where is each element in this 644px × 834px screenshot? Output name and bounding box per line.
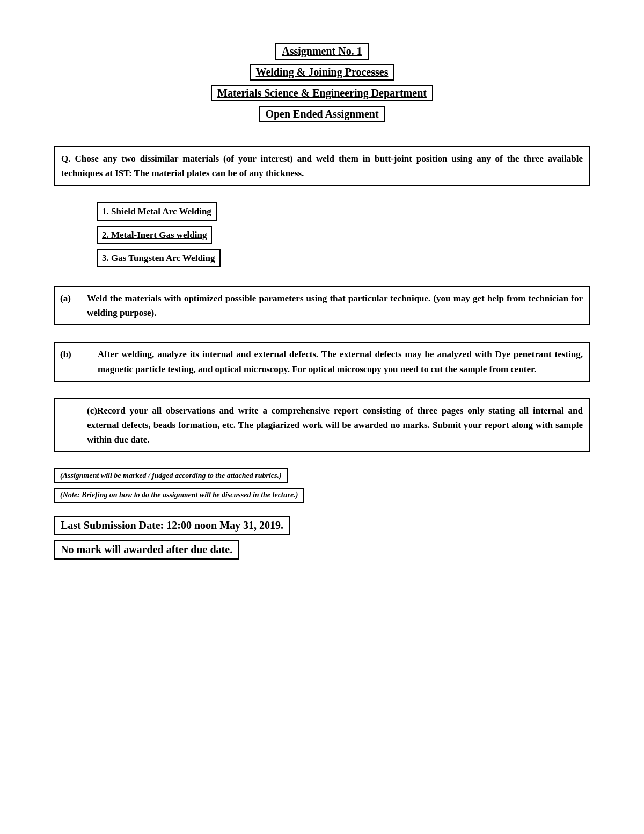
header: Assignment No. 1 Welding & Joining Proce… bbox=[54, 43, 590, 125]
list-item-2: 2. Metal-Inert Gas welding bbox=[97, 226, 212, 244]
question-block: Q. Chose any two dissimilar materials (o… bbox=[54, 146, 590, 186]
submission-section: Last Submission Date: 12:00 noon May 31,… bbox=[54, 516, 590, 562]
list-item-wrapper-3: 3. Gas Tungsten Arc Welding bbox=[97, 249, 590, 270]
list-item-3: 3. Gas Tungsten Arc Welding bbox=[97, 249, 221, 267]
page: Assignment No. 1 Welding & Joining Proce… bbox=[0, 0, 644, 834]
sub-block-c: (c)Record your all observations and writ… bbox=[54, 398, 590, 453]
sub-a-text: Weld the materials with optimized possib… bbox=[87, 293, 583, 318]
header-line3: Materials Science & Engineering Departme… bbox=[211, 85, 433, 101]
submission-line2: No mark will awarded after due date. bbox=[54, 540, 239, 560]
question-text: Q. Chose any two dissimilar materials (o… bbox=[61, 154, 583, 178]
list-item-wrapper-1: 1. Shield Metal Arc Welding bbox=[97, 202, 590, 223]
notes-section: (Assignment will be marked / judged acco… bbox=[54, 468, 590, 505]
list-block: 1. Shield Metal Arc Welding 2. Metal-Ine… bbox=[97, 202, 590, 270]
list-item-1: 1. Shield Metal Arc Welding bbox=[97, 202, 217, 221]
sub-a-label: (a) bbox=[60, 291, 71, 306]
header-line2: Welding & Joining Processes bbox=[250, 64, 395, 81]
submission-line1: Last Submission Date: 12:00 noon May 31,… bbox=[54, 516, 290, 535]
sub-block-a: (a) Weld the materials with optimized po… bbox=[54, 286, 590, 325]
sub-b-label: (b) bbox=[60, 347, 71, 361]
sub-c-text: (c)Record your all observations and writ… bbox=[87, 405, 583, 445]
list-item-wrapper-2: 2. Metal-Inert Gas welding bbox=[97, 226, 590, 246]
header-line1: Assignment No. 1 bbox=[275, 43, 368, 60]
note2: (Note: Briefing on how to do the assignm… bbox=[54, 488, 304, 503]
sub-block-b: (b) After welding, analyze its internal … bbox=[54, 342, 590, 381]
sub-b-text: After welding, analyze its internal and … bbox=[98, 349, 583, 374]
header-line4: Open Ended Assignment bbox=[259, 106, 385, 122]
note1: (Assignment will be marked / judged acco… bbox=[54, 468, 288, 483]
